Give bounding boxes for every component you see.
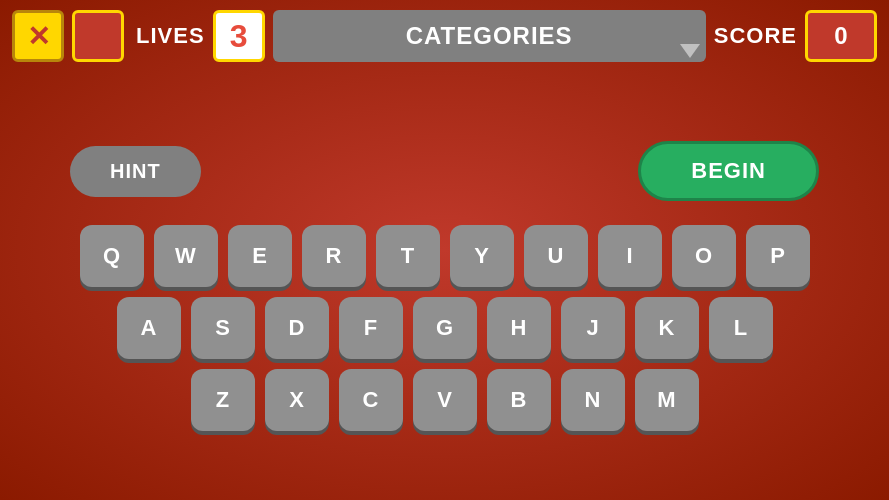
key-t[interactable]: T <box>376 225 440 287</box>
key-s[interactable]: S <box>191 297 255 359</box>
key-a[interactable]: A <box>117 297 181 359</box>
key-f[interactable]: F <box>339 297 403 359</box>
key-o[interactable]: O <box>672 225 736 287</box>
keyboard-row-2: ASDFGHJKL <box>117 297 773 359</box>
hint-button[interactable]: HINT <box>70 146 201 197</box>
key-r[interactable]: R <box>302 225 366 287</box>
key-e[interactable]: E <box>228 225 292 287</box>
key-m[interactable]: M <box>635 369 699 431</box>
keyboard-row-3: ZXCVBNM <box>191 369 699 431</box>
keyboard: QWERTYUIOP ASDFGHJKL ZXCVBNM <box>60 225 829 431</box>
key-x[interactable]: X <box>265 369 329 431</box>
key-w[interactable]: W <box>154 225 218 287</box>
action-row: HINT BEGIN <box>60 141 829 201</box>
key-j[interactable]: J <box>561 297 625 359</box>
categories-label: CATEGORIES <box>406 22 573 50</box>
flag-box <box>72 10 124 62</box>
key-p[interactable]: P <box>746 225 810 287</box>
key-g[interactable]: G <box>413 297 477 359</box>
key-d[interactable]: D <box>265 297 329 359</box>
categories-button[interactable]: CATEGORIES <box>273 10 706 62</box>
key-i[interactable]: I <box>598 225 662 287</box>
key-z[interactable]: Z <box>191 369 255 431</box>
key-l[interactable]: L <box>709 297 773 359</box>
score-label: SCORE <box>714 23 797 49</box>
close-button[interactable]: ✕ <box>12 10 64 62</box>
lives-count: 3 <box>213 10 265 62</box>
key-h[interactable]: H <box>487 297 551 359</box>
begin-button[interactable]: BEGIN <box>638 141 819 201</box>
key-v[interactable]: V <box>413 369 477 431</box>
close-icon: ✕ <box>27 20 50 53</box>
key-k[interactable]: K <box>635 297 699 359</box>
key-c[interactable]: C <box>339 369 403 431</box>
key-q[interactable]: Q <box>80 225 144 287</box>
score-value: 0 <box>805 10 877 62</box>
main-area: HINT BEGIN QWERTYUIOP ASDFGHJKL ZXCVBNM <box>0 72 889 500</box>
top-bar: ✕ LIVES 3 CATEGORIES SCORE 0 <box>0 0 889 72</box>
key-y[interactable]: Y <box>450 225 514 287</box>
categories-arrow-icon <box>680 44 700 58</box>
keyboard-row-1: QWERTYUIOP <box>80 225 810 287</box>
lives-label: LIVES <box>136 23 205 49</box>
key-b[interactable]: B <box>487 369 551 431</box>
key-n[interactable]: N <box>561 369 625 431</box>
key-u[interactable]: U <box>524 225 588 287</box>
